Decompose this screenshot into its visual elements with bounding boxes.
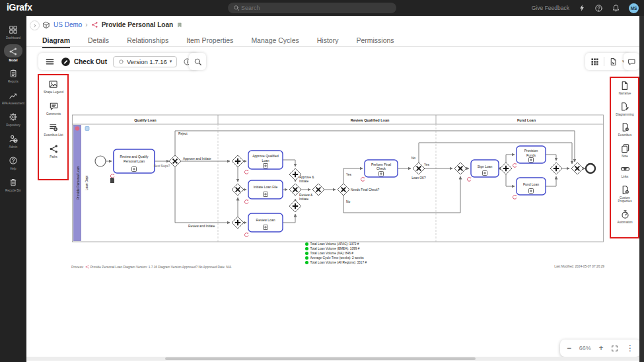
lane-label: Loan Dept — [85, 175, 89, 190]
last-modified-text: Last Modified: 2024-05-07 07:26:29 — [554, 265, 604, 268]
lightning-icon[interactable] — [578, 4, 586, 12]
sidebar-item-help[interactable]: Help — [0, 151, 26, 173]
comments-button[interactable] — [624, 53, 639, 70]
svg-text:Sign Loan: Sign Loan — [478, 164, 493, 168]
legend-item: Total Loan Volume (EMEA): 1099 # — [305, 246, 367, 251]
top-bar: iGrafx Give Feedback MS — [0, 0, 644, 16]
tab-permissions[interactable]: Permissions — [356, 33, 394, 48]
kpi-legend: Total Loan Volume (APAC): 1372 # Total L… — [305, 242, 367, 265]
sidebar-item-dashboard[interactable]: Dashboard — [0, 20, 26, 42]
sidebar-item-model[interactable]: Model — [0, 42, 26, 64]
annotation-box-right — [610, 77, 639, 238]
main-content: US Demo › Provide Personal Loan Diagram … — [26, 16, 644, 362]
phase-fund-loan: Fund Loan — [517, 118, 536, 122]
sidebar-item-reports[interactable]: Reports — [0, 64, 26, 86]
sidebar-item-recycle-bin[interactable]: Recycle Bin — [0, 173, 26, 195]
label-loan-ok: Loan OK? — [411, 176, 426, 180]
chevron-right-icon — [32, 23, 38, 28]
legend-item: Total Loan Volume (All Regions): 3317 # — [305, 260, 367, 265]
user-avatar[interactable]: MS — [629, 3, 639, 13]
label-approve-split-2: Initiate — [299, 180, 308, 183]
phase-qualify-loan: Qualify Loan — [134, 118, 157, 122]
label-review-split-2: Initiate — [299, 198, 308, 201]
label-next-steps: Next Steps? — [154, 164, 170, 168]
global-search[interactable] — [228, 3, 396, 13]
label-yes-2: Yes — [424, 163, 429, 166]
tab-details[interactable]: Details — [88, 33, 109, 48]
diagram-search-button[interactable] — [189, 53, 206, 70]
grid-view-icon[interactable] — [590, 57, 599, 66]
green-dot-icon — [305, 247, 308, 250]
pool-badge-red — [75, 126, 80, 131]
label-review-and-initiate: Review and Initiate — [188, 225, 215, 228]
window-edge-strip — [639, 16, 644, 362]
label-no-1: No — [346, 200, 350, 203]
zoom-controls: − 66% + ⋮ — [560, 340, 641, 357]
hamburger-menu-icon[interactable] — [45, 57, 55, 67]
sidebar-item-admin[interactable]: Admin — [0, 129, 26, 151]
green-dot-icon — [305, 256, 308, 260]
start-event[interactable] — [95, 156, 106, 166]
tab-history[interactable]: History — [317, 33, 339, 48]
label-needs-final-check: Needs Final Check? — [351, 188, 380, 192]
svg-text:Review and Qualify: Review and Qualify — [120, 155, 149, 159]
svg-text:Loan: Loan — [262, 159, 269, 163]
tab-item-properties[interactable]: Item Properties — [186, 33, 233, 48]
fullscreen-icon[interactable] — [611, 345, 618, 352]
chevron-down-icon: ▾ — [170, 59, 172, 64]
svg-text:Provision: Provision — [524, 149, 538, 153]
svg-text:Review Loan: Review Loan — [256, 218, 275, 222]
legend-item: Total Loan Volume (APAC): 1372 # — [305, 242, 367, 246]
diagram-status-text: Process: Provide Personal Loan Diagram V… — [71, 265, 231, 269]
notifications-bell-icon[interactable] — [612, 4, 620, 13]
tab-bar: Diagram Details Relationships Item Prope… — [26, 33, 639, 47]
help-circle-icon — [9, 156, 18, 165]
tab-diagram[interactable]: Diagram — [42, 33, 70, 48]
zoom-in-button[interactable]: + — [599, 344, 604, 353]
sidebar-item-repository[interactable]: Repository — [0, 108, 26, 129]
export-document-icon[interactable] — [609, 57, 618, 66]
tab-manage-cycles[interactable]: Manage Cycles — [251, 33, 299, 48]
igrafx-logo: iGrafx — [7, 2, 32, 13]
admin-person-icon — [9, 134, 18, 143]
end-event[interactable] — [586, 164, 595, 173]
label-approve-and-initiate: Approve and Initiate — [183, 157, 211, 161]
green-dot-icon — [305, 261, 308, 264]
green-dot-icon — [305, 242, 308, 246]
label-yes-1: Yes — [346, 173, 351, 176]
kebab-menu-icon[interactable]: ⋮ — [626, 344, 634, 353]
dashboard-grid-icon — [9, 25, 18, 34]
label-review-split-1: Review & — [299, 194, 313, 197]
trash-icon — [9, 178, 18, 187]
annotation-box-left — [38, 74, 69, 180]
repository-cube-icon — [42, 21, 50, 29]
version-dropdown[interactable]: Version 1.7.16 ▾ — [113, 56, 177, 67]
zoom-out-button[interactable]: − — [567, 344, 571, 353]
process-share-icon — [85, 265, 89, 269]
published-tag-icon — [176, 22, 183, 28]
reports-clipboard-icon — [9, 69, 18, 78]
give-feedback-link[interactable]: Give Feedback — [532, 5, 569, 11]
breadcrumb-current: Provide Personal Loan — [102, 21, 173, 28]
bpmn-diagram-canvas[interactable]: Qualify Loan Review Qualified Loan Fund … — [71, 114, 604, 244]
breadcrumb: US Demo › Provide Personal Loan — [42, 20, 183, 30]
diagram-toolbar: Check Out Version 1.7.16 ▾ — [38, 53, 198, 70]
search-input[interactable] — [240, 4, 375, 12]
tab-relationships[interactable]: Relationships — [127, 33, 168, 48]
canvas-badge-blue — [85, 127, 89, 131]
horizontal-scrollbar[interactable] — [26, 357, 639, 361]
checkout-pencil-icon — [61, 57, 71, 67]
help-icon[interactable] — [594, 4, 603, 13]
repository-gear-icon — [9, 112, 18, 122]
note-doc-icon — [110, 178, 114, 183]
topbar-actions: Give Feedback MS — [532, 0, 639, 16]
zoom-level: 66% — [579, 345, 591, 351]
version-ring-icon — [118, 59, 124, 65]
green-dot-icon — [305, 252, 308, 255]
sidebar-item-rpa-assessment[interactable]: RPA Assessment — [0, 86, 26, 108]
check-out-button[interactable]: Check Out — [61, 57, 107, 67]
breadcrumb-root-link[interactable]: US Demo — [54, 21, 82, 28]
scrollbar-thumb[interactable] — [165, 357, 476, 360]
collapse-chevron-button[interactable] — [30, 20, 40, 30]
search-icon — [233, 5, 240, 11]
